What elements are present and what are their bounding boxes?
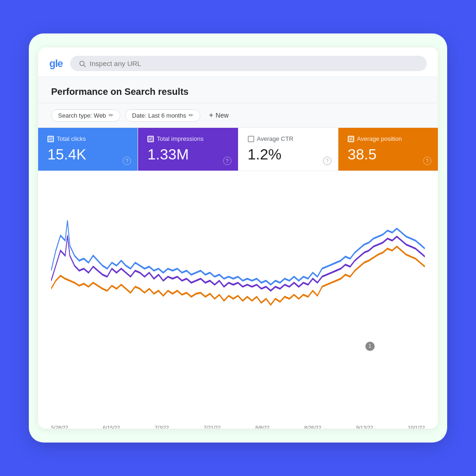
metric-value-position: 38.5 bbox=[348, 146, 429, 163]
inner-card: gle Performance on Search results Search… bbox=[38, 47, 438, 429]
svg-line-1 bbox=[84, 65, 86, 67]
metric-card-average-position[interactable]: ✓ Average position 38.5 ? bbox=[338, 128, 438, 171]
x-label-6: 9/13/22 bbox=[356, 425, 373, 429]
metric-value-clicks: 15.4K bbox=[47, 146, 128, 163]
chart-area: 1 5/28/22 6/15/22 7/3/22 7/21/22 8/8/22 … bbox=[38, 171, 438, 429]
metric-card-total-clicks[interactable]: ✓ Total clicks 15.4K ? bbox=[38, 128, 138, 171]
metric-value-ctr: 1.2% bbox=[248, 146, 329, 163]
filter-chip-search-type[interactable]: Search type: Web ✏ bbox=[51, 109, 120, 122]
search-input-wrap[interactable] bbox=[70, 56, 427, 71]
metric-checkbox-impressions[interactable]: ✓ bbox=[147, 136, 154, 142]
metric-checkbox-ctr[interactable] bbox=[248, 136, 254, 142]
edit-icon-date: ✏ bbox=[189, 112, 193, 119]
metric-label-impressions: Total impressions bbox=[157, 135, 203, 142]
new-button-label: New bbox=[216, 112, 229, 119]
metric-help-impressions[interactable]: ? bbox=[223, 157, 231, 165]
search-input[interactable] bbox=[90, 60, 418, 67]
checkmark-impressions: ✓ bbox=[149, 136, 152, 141]
edit-icon-search-type: ✏ bbox=[109, 112, 113, 119]
x-label-2: 7/3/22 bbox=[155, 425, 169, 429]
outer-card: gle Performance on Search results Search… bbox=[29, 33, 447, 443]
metric-help-ctr[interactable]: ? bbox=[323, 157, 331, 165]
chart-badge-1: 1 bbox=[365, 342, 375, 351]
filter-chip-date[interactable]: Date: Last 6 months ✏ bbox=[125, 109, 200, 122]
plus-icon: + bbox=[209, 111, 213, 119]
filter-label-date: Date: Last 6 months bbox=[132, 112, 186, 119]
title-area: Performance on Search results bbox=[38, 77, 438, 103]
checkmark-clicks: ✓ bbox=[49, 136, 53, 141]
metric-label-position: Average position bbox=[357, 135, 402, 142]
x-label-5: 8/26/22 bbox=[304, 425, 322, 429]
metric-checkbox-position[interactable]: ✓ bbox=[348, 136, 354, 142]
x-label-7: 10/1/22 bbox=[408, 425, 425, 429]
checkmark-position: ✓ bbox=[349, 136, 353, 141]
x-label-0: 5/28/22 bbox=[51, 425, 68, 429]
metric-card-average-ctr[interactable]: Average CTR 1.2% ? bbox=[238, 128, 338, 171]
page-title: Performance on Search results bbox=[51, 86, 189, 97]
logo-partial: gle bbox=[49, 58, 63, 70]
metric-checkbox-clicks[interactable]: ✓ bbox=[47, 136, 54, 142]
filter-label-search-type: Search type: Web bbox=[58, 112, 106, 119]
x-axis-labels: 5/28/22 6/15/22 7/3/22 7/21/22 8/8/22 8/… bbox=[51, 425, 425, 429]
metric-card-total-impressions[interactable]: ✓ Total impressions 1.33M ? bbox=[138, 128, 238, 171]
metrics-area: ✓ Total clicks 15.4K ? ✓ Total impressio… bbox=[38, 128, 438, 171]
search-bar-area: gle bbox=[38, 47, 438, 77]
x-label-4: 8/8/22 bbox=[255, 425, 270, 429]
metric-label-ctr: Average CTR bbox=[257, 135, 294, 142]
impressions-line bbox=[51, 236, 425, 291]
metric-help-position[interactable]: ? bbox=[423, 157, 431, 165]
chart-svg bbox=[51, 180, 425, 421]
metric-label-clicks: Total clicks bbox=[57, 135, 86, 142]
filter-area: Search type: Web ✏ Date: Last 6 months ✏… bbox=[38, 103, 438, 128]
metric-value-impressions: 1.33M bbox=[147, 146, 228, 163]
metric-help-clicks[interactable]: ? bbox=[123, 157, 131, 165]
badge-value: 1 bbox=[369, 344, 371, 349]
x-label-1: 6/15/22 bbox=[103, 425, 120, 429]
new-button[interactable]: + New bbox=[205, 109, 232, 122]
x-label-3: 7/21/22 bbox=[204, 425, 221, 429]
search-icon bbox=[79, 60, 86, 67]
clicks-line bbox=[51, 220, 425, 284]
